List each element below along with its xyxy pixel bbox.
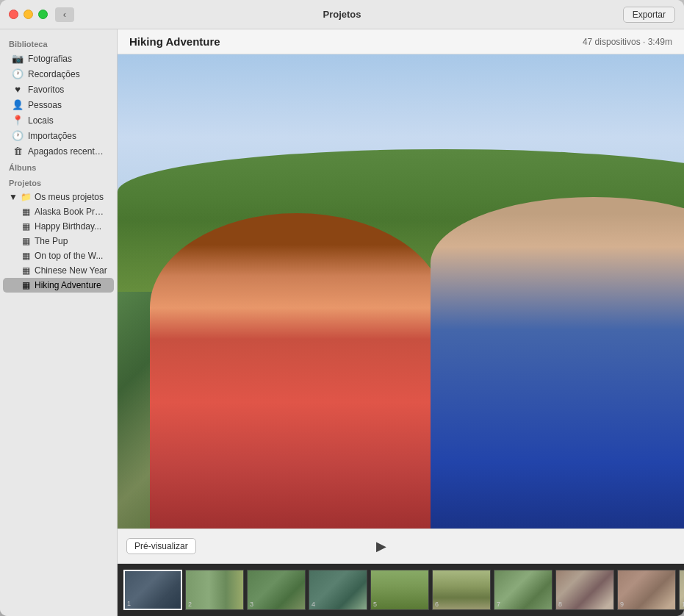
sidebar-item-apagados[interactable]: 🗑 Apagados recente... (3, 143, 114, 159)
project-title: Hiking Adventure (129, 35, 220, 48)
location-icon: 📍 (12, 115, 24, 126)
photo-people (118, 197, 684, 529)
content-area: Pré-visualizar ▶ 1 (118, 54, 684, 616)
filmstrip-thumb-5[interactable]: 5 (370, 570, 429, 610)
filmstrip-thumb-9[interactable]: 9 (617, 570, 676, 610)
sidebar-item-recordacoes[interactable]: 🕐 Recordações (3, 66, 114, 82)
sidebar-project-chinese[interactable]: ▦ Chinese New Year (3, 263, 114, 278)
sidebar-label-importacoes: Importações (28, 131, 76, 141)
slideshow-icon: ▦ (22, 236, 30, 246)
export-button[interactable]: Exportar (623, 7, 675, 23)
thumb-num-4: 4 (312, 601, 315, 608)
right-panel: Hiking Adventure 47 dispositivos · 3:49m (118, 29, 684, 616)
filmstrip-thumb-4[interactable]: 4 (309, 570, 367, 610)
thumb-num-1: 1 (127, 600, 131, 607)
folder-icon: 📁 (21, 192, 32, 202)
project-label-pup: The Pup (35, 236, 68, 246)
sidebar-project-hiking[interactable]: ▦ Hiking Adventure (3, 278, 114, 293)
main-content: Biblioteca 📷 Fotografias 🕐 Recordações ♥… (0, 29, 684, 616)
thumb-num-3: 3 (250, 601, 253, 608)
projects-root-label: Os meus projetos (35, 192, 104, 202)
sidebar-project-ontop[interactable]: ▦ On top of the W... (3, 248, 114, 263)
project-label-birthday: Happy Birthday... (35, 221, 101, 232)
albums-section-title: Álbuns (0, 159, 117, 174)
filmstrip-thumb-1[interactable]: 1 (123, 570, 182, 610)
slideshow-icon: ▦ (22, 221, 30, 232)
close-button[interactable] (9, 10, 18, 19)
sidebar-project-pup[interactable]: ▦ The Pup (3, 234, 114, 248)
back-button[interactable]: ‹ (55, 7, 74, 22)
back-icon: ‹ (63, 9, 66, 20)
slideshow-icon: ▦ (22, 265, 30, 276)
filmstrip-thumb-7[interactable]: 7 (494, 570, 552, 610)
sidebar-item-importacoes[interactable]: 🕐 Importações (3, 128, 114, 143)
maximize-button[interactable] (38, 10, 48, 19)
filmstrip-thumb-10[interactable]: 10 (679, 570, 684, 610)
slideshow-icon: ▦ (22, 207, 30, 217)
filmstrip-thumb-3[interactable]: 3 (247, 570, 306, 610)
thumb-num-8: 8 (558, 601, 562, 608)
sidebar-label-favoritos: Favoritos (28, 85, 64, 95)
sidebar-label-fotografias: Fotografias (28, 54, 72, 64)
minimize-button[interactable] (24, 10, 33, 19)
traffic-lights (9, 10, 48, 19)
project-meta: 47 dispositivos · 3:49m (583, 37, 672, 47)
sidebar: Biblioteca 📷 Fotografias 🕐 Recordações ♥… (0, 29, 118, 616)
slideshow-icon: ▦ (22, 280, 30, 290)
play-button[interactable]: ▶ (370, 535, 392, 557)
thumb-num-5: 5 (373, 601, 377, 608)
thumb-num-7: 7 (497, 601, 500, 608)
photo-background (118, 54, 684, 529)
filmstrip-thumb-2[interactable]: 2 (185, 570, 244, 610)
sidebar-project-alaska[interactable]: ▦ Alaska Book Proj... (3, 204, 114, 219)
sidebar-label-apagados: Apagados recente... (28, 146, 105, 157)
preview-controls: Pré-visualizar ▶ (118, 529, 684, 564)
sidebar-item-favoritos[interactable]: ♥ Favoritos (3, 82, 114, 97)
projects-toggle[interactable]: ▼ 📁 Os meus projetos (0, 190, 117, 204)
chevron-down-icon: ▼ (9, 192, 18, 202)
project-header: Hiking Adventure 47 dispositivos · 3:49m (118, 29, 684, 54)
people-icon: 👤 (12, 99, 24, 110)
preview-area: Pré-visualizar ▶ 1 (118, 54, 684, 616)
sidebar-item-fotografias[interactable]: 📷 Fotografias (3, 51, 114, 66)
sidebar-label-recordacoes: Recordações (28, 69, 80, 79)
library-section-title: Biblioteca (0, 35, 117, 51)
project-label-alaska: Alaska Book Proj... (35, 207, 108, 217)
import-icon: 🕐 (12, 130, 24, 141)
thumb-num-9: 9 (620, 601, 624, 608)
trash-icon: 🗑 (12, 146, 24, 157)
thumb-num-6: 6 (435, 601, 439, 608)
filmstrip: 1 2 3 4 5 (118, 564, 684, 616)
person-right (431, 197, 684, 529)
filmstrip-thumb-6[interactable]: 6 (432, 570, 491, 610)
project-label-chinese: Chinese New Year (35, 265, 107, 276)
sidebar-item-pessoas[interactable]: 👤 Pessoas (3, 97, 114, 112)
slideshow-icon: ▦ (22, 251, 30, 261)
titlebar: ‹ Projetos Exportar (0, 0, 684, 29)
main-photo (118, 54, 684, 529)
sidebar-label-locais: Locais (28, 115, 54, 126)
person-left (150, 213, 444, 529)
main-window: ‹ Projetos Exportar Biblioteca 📷 Fotogra… (0, 0, 684, 616)
camera-icon: 📷 (12, 53, 24, 64)
project-label-hiking: Hiking Adventure (35, 280, 101, 290)
sidebar-label-pessoas: Pessoas (28, 100, 62, 110)
sidebar-item-locais[interactable]: 📍 Locais (3, 112, 114, 128)
memories-icon: 🕐 (12, 68, 24, 79)
thumb-num-2: 2 (188, 601, 192, 608)
heart-icon: ♥ (12, 84, 24, 95)
sidebar-project-birthday[interactable]: ▦ Happy Birthday... (3, 219, 114, 234)
filmstrip-thumb-8[interactable]: 8 (555, 570, 614, 610)
project-label-ontop: On top of the W... (35, 251, 103, 261)
window-title: Projetos (323, 9, 361, 20)
preview-button[interactable]: Pré-visualizar (126, 538, 196, 554)
projects-section-title: Projetos (0, 174, 117, 190)
